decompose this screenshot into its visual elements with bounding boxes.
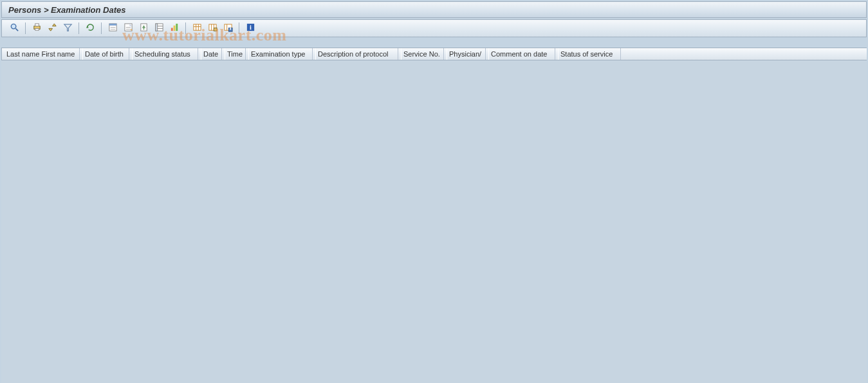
chart-icon (170, 22, 180, 34)
refresh-icon (86, 22, 95, 34)
column-header-label: Comment on date (488, 48, 547, 60)
column-header[interactable]: Scheduling status (129, 48, 198, 60)
separator (25, 22, 26, 34)
sort-icon (48, 22, 57, 34)
layout-change-icon (192, 22, 202, 34)
column-header-label: Scheduling status (132, 48, 190, 60)
column-header-label: Service No. (401, 48, 440, 60)
svg-marker-6 (52, 24, 56, 26)
column-header-label: Physician/ (447, 48, 481, 60)
column-header-label: Status of service (558, 48, 613, 60)
column-header-label: Last name First name (6, 48, 75, 60)
table-header-row: Last name First nameDate of birthSchedul… (1, 48, 867, 60)
column-header[interactable]: Comment on date (486, 48, 555, 60)
magnifier-icon (10, 22, 19, 34)
layout-save-button[interactable] (221, 21, 235, 35)
print-button[interactable] (30, 21, 44, 35)
title-bar: Persons > Examination Dates (1, 1, 867, 18)
graphic-button[interactable] (167, 21, 181, 35)
column-header[interactable]: Description of protocol (313, 48, 398, 60)
abc-button[interactable] (152, 21, 166, 35)
refresh-button[interactable] (83, 21, 97, 35)
svg-text:i: i (250, 24, 252, 31)
table-content-area (1, 60, 867, 383)
layout-select-button[interactable] (205, 21, 219, 35)
svg-rect-24 (155, 24, 157, 31)
column-header[interactable]: Last name First name (1, 48, 80, 60)
column-header-label: Date (201, 48, 218, 60)
separator (239, 22, 239, 34)
column-header[interactable]: Status of service (555, 48, 621, 60)
column-header[interactable]: Date (198, 48, 222, 60)
toolbar: i (1, 19, 867, 37)
svg-line-1 (15, 28, 18, 31)
svg-rect-25 (171, 28, 172, 31)
word-icon (124, 22, 133, 34)
spacer (0, 39, 868, 48)
svg-point-0 (11, 24, 16, 29)
column-header-label: Time (225, 48, 243, 60)
layout-change-button[interactable] (190, 21, 204, 35)
sort-button[interactable] (45, 21, 59, 35)
column-header[interactable]: Physician/ (444, 48, 486, 60)
layout-select-icon (208, 22, 217, 34)
excel-icon (108, 22, 118, 34)
svg-rect-39 (230, 28, 231, 30)
export-word-button[interactable] (121, 21, 135, 35)
export-excel-button[interactable] (106, 21, 120, 35)
svg-rect-3 (35, 24, 39, 26)
abc-icon (154, 22, 164, 34)
svg-marker-7 (64, 24, 71, 31)
separator (101, 22, 102, 34)
column-header[interactable]: Time (222, 48, 246, 60)
svg-rect-26 (173, 26, 175, 31)
column-header[interactable]: Examination type (246, 48, 313, 60)
svg-rect-28 (193, 24, 200, 30)
print-icon (32, 22, 42, 34)
svg-rect-4 (35, 28, 39, 30)
info-icon: i (246, 22, 255, 34)
separator (78, 22, 79, 34)
svg-rect-10 (109, 24, 116, 26)
separator (185, 22, 186, 34)
page-title: Persons > Examination Dates (8, 5, 125, 15)
column-header-label: Examination type (248, 48, 305, 60)
layout-save-icon (223, 22, 233, 34)
info-button[interactable]: i (243, 21, 257, 35)
column-header[interactable]: Service No. (398, 48, 444, 60)
svg-rect-35 (214, 28, 217, 31)
filter-icon (63, 22, 73, 34)
export-local-button[interactable] (136, 21, 151, 35)
details-button[interactable] (7, 21, 21, 35)
filter-button[interactable] (60, 21, 75, 35)
column-header-label: Description of protocol (315, 48, 388, 60)
column-header-label: Date of birth (82, 48, 124, 60)
column-header[interactable]: Date of birth (80, 48, 129, 60)
svg-marker-5 (48, 28, 52, 31)
export-local-icon (139, 22, 149, 34)
svg-rect-27 (176, 24, 178, 31)
